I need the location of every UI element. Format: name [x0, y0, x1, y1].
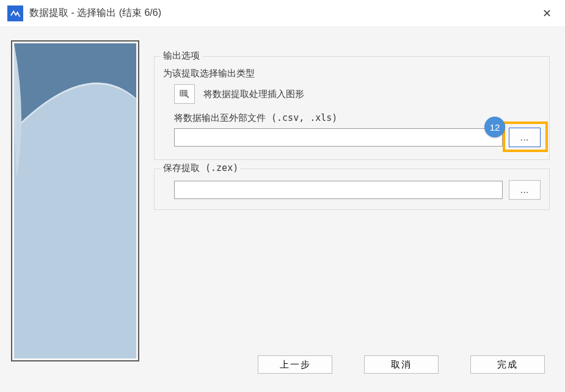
external-file-input[interactable] — [174, 128, 503, 147]
finish-button[interactable]: 完成 — [470, 355, 545, 374]
dialog-body: 输出选项 为该提取选择输出类型 将数据提取处理插入图形 将数据输出 — [0, 27, 565, 392]
save-extraction-input[interactable] — [174, 181, 503, 199]
output-options-group: 输出选项 为该提取选择输出类型 将数据提取处理插入图形 将数据输出 — [154, 56, 550, 160]
main-content: 输出选项 为该提取选择输出类型 将数据提取处理插入图形 将数据输出 — [154, 56, 550, 219]
titlebar: 数据提取 - 选择输出 (结束 6/6) ✕ — [0, 0, 565, 27]
save-extraction-group: 保存提取 (.zex) ... — [154, 169, 550, 210]
insert-graphic-label: 将数据提取处理插入图形 — [203, 89, 304, 100]
close-icon: ✕ — [542, 7, 552, 20]
insert-graphic-row: 将数据提取处理插入图形 — [174, 84, 541, 104]
output-options-title: 输出选项 — [161, 50, 202, 62]
save-extraction-row: ... — [174, 180, 541, 200]
save-extraction-title: 保存提取 (.zex) — [161, 162, 241, 174]
output-options-subtitle: 为该提取选择输出类型 — [163, 68, 541, 79]
preview-image — [14, 43, 136, 358]
cancel-button[interactable]: 取消 — [364, 355, 439, 374]
preview-panel — [11, 40, 139, 361]
step-badge: 12 — [484, 117, 505, 137]
insert-graphic-button[interactable] — [174, 84, 195, 104]
close-button[interactable]: ✕ — [534, 2, 559, 24]
table-insert-icon — [180, 89, 189, 99]
external-file-browse-button[interactable]: ... — [509, 128, 541, 147]
save-extraction-browse-button[interactable]: ... — [509, 180, 541, 200]
app-icon — [7, 5, 23, 21]
window-title: 数据提取 - 选择输出 (结束 6/6) — [29, 7, 534, 20]
wizard-footer: 上一步 取消 完成 — [154, 355, 550, 374]
back-button[interactable]: 上一步 — [258, 355, 332, 374]
